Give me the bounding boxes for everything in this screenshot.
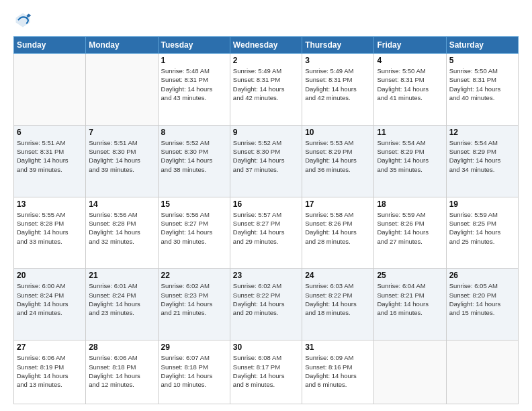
day-info: Sunrise: 5:49 AM Sunset: 8:31 PM Dayligh… [305, 66, 371, 102]
day-number: 18 [377, 199, 443, 209]
day-info: Sunrise: 5:56 AM Sunset: 8:27 PM Dayligh… [161, 210, 227, 246]
col-header-sunday: Sunday [14, 37, 86, 54]
calendar-cell: 11Sunrise: 5:54 AM Sunset: 8:29 PM Dayli… [374, 125, 446, 197]
day-info: Sunrise: 5:55 AM Sunset: 8:28 PM Dayligh… [17, 210, 83, 246]
day-info: Sunrise: 5:59 AM Sunset: 8:25 PM Dayligh… [449, 210, 515, 246]
calendar-cell: 24Sunrise: 6:03 AM Sunset: 8:22 PM Dayli… [302, 269, 374, 340]
calendar-cell: 23Sunrise: 6:02 AM Sunset: 8:22 PM Dayli… [230, 269, 302, 340]
day-number: 2 [233, 56, 299, 65]
day-number: 21 [89, 271, 154, 280]
col-header-wednesday: Wednesday [230, 37, 302, 54]
day-number: 24 [305, 271, 371, 280]
calendar-week-row: 27Sunrise: 6:06 AM Sunset: 8:19 PM Dayli… [14, 340, 519, 404]
day-info: Sunrise: 5:48 AM Sunset: 8:31 PM Dayligh… [161, 66, 227, 102]
day-info: Sunrise: 6:02 AM Sunset: 8:22 PM Dayligh… [233, 281, 299, 317]
calendar-cell: 29Sunrise: 6:07 AM Sunset: 8:18 PM Dayli… [158, 340, 230, 404]
calendar-cell: 3Sunrise: 5:49 AM Sunset: 8:31 PM Daylig… [302, 54, 374, 126]
day-info: Sunrise: 6:08 AM Sunset: 8:17 PM Dayligh… [233, 353, 299, 389]
page: SundayMondayTuesdayWednesdayThursdayFrid… [0, 0, 532, 411]
day-number: 5 [449, 56, 515, 65]
day-number: 14 [89, 199, 154, 209]
day-number: 10 [305, 128, 371, 137]
day-info: Sunrise: 5:59 AM Sunset: 8:26 PM Dayligh… [377, 210, 443, 246]
day-number: 3 [305, 56, 371, 65]
calendar-cell: 6Sunrise: 5:51 AM Sunset: 8:31 PM Daylig… [14, 125, 86, 197]
calendar-table: SundayMondayTuesdayWednesdayThursdayFrid… [13, 36, 519, 404]
day-info: Sunrise: 5:49 AM Sunset: 8:31 PM Dayligh… [233, 66, 299, 102]
day-number: 4 [377, 56, 443, 65]
day-info: Sunrise: 5:54 AM Sunset: 8:29 PM Dayligh… [377, 138, 443, 174]
calendar-cell: 4Sunrise: 5:50 AM Sunset: 8:31 PM Daylig… [374, 54, 446, 126]
logo-icon [13, 11, 32, 30]
day-info: Sunrise: 6:03 AM Sunset: 8:22 PM Dayligh… [305, 281, 371, 317]
col-header-friday: Friday [374, 37, 446, 54]
day-number: 7 [89, 128, 154, 137]
calendar-cell: 2Sunrise: 5:49 AM Sunset: 8:31 PM Daylig… [230, 54, 302, 126]
col-header-monday: Monday [86, 37, 158, 54]
day-info: Sunrise: 6:00 AM Sunset: 8:24 PM Dayligh… [17, 281, 83, 317]
day-number: 1 [161, 56, 227, 65]
calendar-cell: 26Sunrise: 6:05 AM Sunset: 8:20 PM Dayli… [446, 269, 518, 340]
calendar-cell: 28Sunrise: 6:06 AM Sunset: 8:18 PM Dayli… [86, 340, 158, 404]
day-info: Sunrise: 6:01 AM Sunset: 8:24 PM Dayligh… [89, 281, 154, 317]
day-info: Sunrise: 5:51 AM Sunset: 8:31 PM Dayligh… [17, 138, 83, 174]
day-info: Sunrise: 6:02 AM Sunset: 8:23 PM Dayligh… [161, 281, 227, 317]
day-number: 15 [161, 199, 227, 209]
calendar-week-row: 20Sunrise: 6:00 AM Sunset: 8:24 PM Dayli… [14, 269, 519, 340]
day-number: 27 [17, 342, 83, 352]
calendar-week-row: 6Sunrise: 5:51 AM Sunset: 8:31 PM Daylig… [14, 125, 519, 197]
calendar-cell [14, 54, 86, 126]
calendar-cell [374, 340, 446, 404]
day-info: Sunrise: 5:52 AM Sunset: 8:30 PM Dayligh… [233, 138, 299, 174]
calendar-header-row: SundayMondayTuesdayWednesdayThursdayFrid… [14, 37, 519, 54]
day-info: Sunrise: 6:07 AM Sunset: 8:18 PM Dayligh… [161, 353, 227, 389]
day-number: 8 [161, 128, 227, 137]
day-number: 20 [17, 271, 83, 280]
calendar-cell: 16Sunrise: 5:57 AM Sunset: 8:27 PM Dayli… [230, 197, 302, 269]
day-number: 13 [17, 199, 83, 209]
calendar-cell: 5Sunrise: 5:50 AM Sunset: 8:31 PM Daylig… [446, 54, 518, 126]
day-number: 30 [233, 342, 299, 352]
day-info: Sunrise: 5:52 AM Sunset: 8:30 PM Dayligh… [161, 138, 227, 174]
day-number: 6 [17, 128, 83, 137]
col-header-saturday: Saturday [446, 37, 518, 54]
col-header-thursday: Thursday [302, 37, 374, 54]
calendar-cell: 25Sunrise: 6:04 AM Sunset: 8:21 PM Dayli… [374, 269, 446, 340]
day-number: 17 [305, 199, 371, 209]
calendar-cell: 22Sunrise: 6:02 AM Sunset: 8:23 PM Dayli… [158, 269, 230, 340]
calendar-cell: 31Sunrise: 6:09 AM Sunset: 8:16 PM Dayli… [302, 340, 374, 404]
calendar-cell [446, 340, 518, 404]
day-info: Sunrise: 6:09 AM Sunset: 8:16 PM Dayligh… [305, 353, 371, 389]
day-number: 31 [305, 342, 371, 352]
day-info: Sunrise: 6:06 AM Sunset: 8:18 PM Dayligh… [89, 353, 154, 389]
day-info: Sunrise: 5:53 AM Sunset: 8:29 PM Dayligh… [305, 138, 371, 174]
calendar-cell: 12Sunrise: 5:54 AM Sunset: 8:29 PM Dayli… [446, 125, 518, 197]
day-info: Sunrise: 5:50 AM Sunset: 8:31 PM Dayligh… [449, 66, 515, 102]
calendar-cell: 30Sunrise: 6:08 AM Sunset: 8:17 PM Dayli… [230, 340, 302, 404]
day-number: 22 [161, 271, 227, 280]
col-header-tuesday: Tuesday [158, 37, 230, 54]
calendar-cell: 10Sunrise: 5:53 AM Sunset: 8:29 PM Dayli… [302, 125, 374, 197]
calendar-cell: 15Sunrise: 5:56 AM Sunset: 8:27 PM Dayli… [158, 197, 230, 269]
day-info: Sunrise: 5:56 AM Sunset: 8:28 PM Dayligh… [89, 210, 154, 246]
calendar-cell: 1Sunrise: 5:48 AM Sunset: 8:31 PM Daylig… [158, 54, 230, 126]
day-info: Sunrise: 6:04 AM Sunset: 8:21 PM Dayligh… [377, 281, 443, 317]
day-info: Sunrise: 6:06 AM Sunset: 8:19 PM Dayligh… [17, 353, 83, 389]
day-number: 26 [449, 271, 515, 280]
calendar-cell: 7Sunrise: 5:51 AM Sunset: 8:30 PM Daylig… [86, 125, 158, 197]
day-info: Sunrise: 6:05 AM Sunset: 8:20 PM Dayligh… [449, 281, 515, 317]
calendar-cell: 20Sunrise: 6:00 AM Sunset: 8:24 PM Dayli… [14, 269, 86, 340]
day-number: 28 [89, 342, 154, 352]
day-info: Sunrise: 5:54 AM Sunset: 8:29 PM Dayligh… [449, 138, 515, 174]
calendar-week-row: 1Sunrise: 5:48 AM Sunset: 8:31 PM Daylig… [14, 54, 519, 126]
logo [13, 11, 35, 30]
calendar-cell: 17Sunrise: 5:58 AM Sunset: 8:26 PM Dayli… [302, 197, 374, 269]
day-info: Sunrise: 5:50 AM Sunset: 8:31 PM Dayligh… [377, 66, 443, 102]
day-info: Sunrise: 5:57 AM Sunset: 8:27 PM Dayligh… [233, 210, 299, 246]
day-info: Sunrise: 5:51 AM Sunset: 8:30 PM Dayligh… [89, 138, 154, 174]
calendar-cell: 9Sunrise: 5:52 AM Sunset: 8:30 PM Daylig… [230, 125, 302, 197]
calendar-cell: 27Sunrise: 6:06 AM Sunset: 8:19 PM Dayli… [14, 340, 86, 404]
day-number: 9 [233, 128, 299, 137]
calendar-cell: 8Sunrise: 5:52 AM Sunset: 8:30 PM Daylig… [158, 125, 230, 197]
calendar-week-row: 13Sunrise: 5:55 AM Sunset: 8:28 PM Dayli… [14, 197, 519, 269]
